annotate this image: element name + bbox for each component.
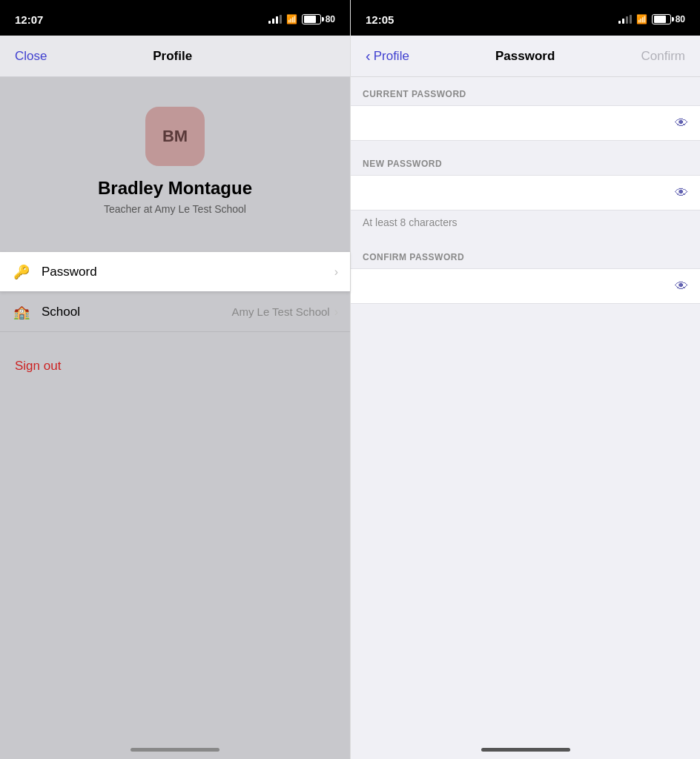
profile-name: Bradley Montague bbox=[98, 178, 252, 199]
right-nav-title: Password bbox=[495, 49, 555, 64]
battery-icon bbox=[302, 14, 321, 24]
right-signal-icon bbox=[618, 15, 632, 24]
current-password-label: CURRENT PASSWORD bbox=[351, 77, 700, 105]
chevron-right-school-icon: › bbox=[334, 305, 338, 319]
right-battery-icon bbox=[652, 14, 671, 24]
right-nav-bar: ‹ Profile Password Confirm bbox=[351, 36, 700, 77]
new-password-input[interactable] bbox=[363, 185, 675, 200]
battery-level: 80 bbox=[326, 14, 335, 24]
confirm-password-input[interactable] bbox=[363, 279, 675, 294]
profile-section: BM Bradley Montague Teacher at Amy Le Te… bbox=[0, 77, 350, 237]
chevron-right-icon: › bbox=[334, 265, 338, 279]
right-battery-level: 80 bbox=[676, 14, 685, 24]
eye-toggle-current-icon[interactable]: 👁 bbox=[675, 116, 688, 131]
left-nav-title: Profile bbox=[153, 49, 192, 64]
current-password-field[interactable]: 👁 bbox=[351, 105, 700, 141]
gap-2 bbox=[351, 234, 700, 240]
right-time: 12:05 bbox=[366, 13, 394, 26]
right-status-icons: 📶 80 bbox=[618, 14, 685, 24]
signout-button[interactable]: Sign out bbox=[15, 359, 61, 373]
password-label: Password bbox=[42, 265, 334, 279]
new-password-label: NEW PASSWORD bbox=[351, 147, 700, 175]
school-label: School bbox=[42, 305, 231, 319]
back-label: Profile bbox=[374, 49, 409, 64]
signout-section: Sign out bbox=[0, 347, 350, 385]
password-hint: At least 8 characters bbox=[351, 211, 700, 234]
new-password-field[interactable]: 👁 bbox=[351, 175, 700, 211]
menu-section: 🔑 Password › 🏫 School Amy Le Test School… bbox=[0, 252, 350, 332]
confirm-password-label: CONFIRM PASSWORD bbox=[351, 240, 700, 268]
back-button[interactable]: ‹ Profile bbox=[366, 47, 409, 64]
right-wifi-icon: 📶 bbox=[636, 14, 647, 24]
eye-toggle-confirm-icon[interactable]: 👁 bbox=[675, 279, 688, 294]
wifi-icon: 📶 bbox=[286, 14, 297, 24]
menu-item-school[interactable]: 🏫 School Amy Le Test School › bbox=[0, 292, 350, 332]
current-password-input[interactable] bbox=[363, 116, 675, 130]
school-icon: 🏫 bbox=[12, 302, 31, 322]
left-status-icons: 📶 80 bbox=[268, 14, 335, 24]
home-indicator-left bbox=[131, 748, 219, 752]
left-nav-bar: Close Profile bbox=[0, 36, 350, 77]
password-icon: 🔑 bbox=[12, 262, 31, 282]
school-value: Amy Le Test School bbox=[231, 305, 329, 318]
right-panel: 12:05 📶 80 ‹ Profile Password Confirm CU… bbox=[350, 0, 700, 759]
left-status-bar: 12:07 📶 80 bbox=[0, 0, 350, 36]
avatar: BM bbox=[145, 107, 205, 166]
signal-icon bbox=[268, 15, 282, 24]
back-chevron-icon: ‹ bbox=[366, 47, 371, 64]
confirm-password-field[interactable]: 👁 bbox=[351, 268, 700, 304]
right-status-bar: 12:05 📶 80 bbox=[351, 0, 700, 36]
eye-toggle-new-icon[interactable]: 👁 bbox=[675, 185, 688, 201]
profile-role: Teacher at Amy Le Test School bbox=[104, 203, 246, 215]
menu-item-password[interactable]: 🔑 Password › bbox=[0, 252, 350, 292]
left-panel: 12:07 📶 80 Close Profile BM Bradley Mont… bbox=[0, 0, 350, 759]
gap-1 bbox=[351, 141, 700, 147]
confirm-button[interactable]: Confirm bbox=[641, 49, 685, 64]
right-content: CURRENT PASSWORD 👁 NEW PASSWORD 👁 At lea… bbox=[351, 77, 700, 759]
close-button[interactable]: Close bbox=[15, 49, 47, 64]
left-time: 12:07 bbox=[15, 13, 43, 26]
home-indicator-right bbox=[481, 748, 570, 752]
